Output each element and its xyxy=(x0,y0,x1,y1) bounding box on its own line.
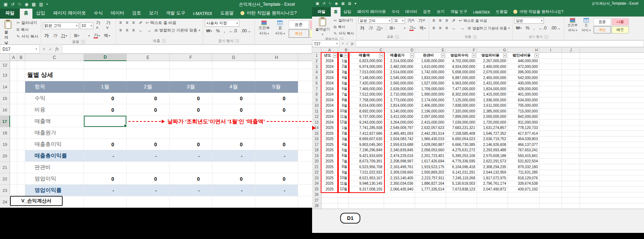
font-color-button[interactable]: 가▾ xyxy=(92,33,101,39)
cell-a14[interactable]: 2025 xyxy=(321,125,338,131)
cell-c20[interactable]: 8,673,709,391 xyxy=(349,159,384,165)
column-header-h[interactable]: H xyxy=(255,54,298,61)
cell-e15[interactable]: 0 xyxy=(127,93,170,104)
align-bottom-button[interactable]: ≡ xyxy=(131,20,136,26)
column-header-b[interactable]: B xyxy=(338,47,349,53)
cell-f9[interactable]: 7,125,000,000 xyxy=(446,97,477,103)
select-all-corner[interactable] xyxy=(0,54,10,61)
row-header-20[interactable]: 20 xyxy=(0,150,10,162)
undo-icon[interactable]: ↺ xyxy=(11,2,14,6)
cell-f15[interactable]: 0 xyxy=(170,93,212,104)
cell-e12[interactable]: 2,097,000,000 xyxy=(415,114,446,120)
row-header-1[interactable]: 1 xyxy=(312,53,321,59)
style-calculation[interactable]: 계산 xyxy=(289,29,309,38)
number-format-select[interactable]: 사용자 지정▾ xyxy=(205,20,239,27)
row-header-8[interactable]: 8 xyxy=(312,92,321,98)
sheet-icon[interactable]: ▥ xyxy=(39,2,43,6)
conditional-formatting-button[interactable]: 조건부서식 ▾ xyxy=(566,18,579,33)
cell-g3[interactable]: 2,400,000,000 xyxy=(477,64,508,70)
dialog-launcher-icon[interactable]: ↘ xyxy=(340,37,344,41)
style-note[interactable]: 메모 xyxy=(310,29,312,38)
cell-d16[interactable]: 0 xyxy=(84,104,127,116)
cell-c4[interactable]: 7,013,000,000 xyxy=(349,70,384,75)
undo-icon[interactable]: ↺ xyxy=(322,2,325,5)
cell-h15[interactable]: 0 xyxy=(255,93,298,104)
cell-c3[interactable]: 6,974,000,000 xyxy=(349,64,384,70)
tab-insert[interactable]: 삽입 xyxy=(32,9,49,19)
select-all-corner[interactable] xyxy=(312,47,321,53)
cell-h17[interactable]: 466,137,077 xyxy=(508,142,540,148)
filter-dropdown-icon[interactable]: ▾ xyxy=(441,54,445,58)
cell-h24[interactable]: 339,674,538 xyxy=(508,181,540,187)
row-header-17[interactable]: 17 xyxy=(0,116,10,127)
increase-decimal-button[interactable]: ←.0 xyxy=(228,28,238,34)
cell-c17[interactable]: 9,803,045,360 xyxy=(349,142,384,148)
cell-h22[interactable]: 711,631,285 xyxy=(508,170,540,176)
cell-d22[interactable]: 2,309,039,660 xyxy=(384,170,415,176)
cell-g24[interactable]: 2,796,761,174 xyxy=(477,181,508,187)
comma-button[interactable]: , xyxy=(222,28,226,34)
cell-e7[interactable]: 1,709,000,000 xyxy=(415,86,446,92)
style-normal[interactable]: 표준 xyxy=(289,20,309,29)
cell-e23[interactable]: - xyxy=(127,185,170,196)
cell-c15[interactable]: 7,412,827,686 xyxy=(349,131,384,137)
cell-h20[interactable]: 531,822,504 xyxy=(508,159,540,165)
row-header-27[interactable]: 27 xyxy=(312,198,321,203)
font-name-select[interactable]: 맑은 고딕▾ xyxy=(359,18,392,24)
font-size-select[interactable]: 11▾ xyxy=(393,18,405,24)
cell-f11[interactable]: 7,320,000,000 xyxy=(446,109,477,114)
row-header-15[interactable]: 15 xyxy=(312,131,321,137)
cell-b13[interactable]: 12월 xyxy=(338,120,349,125)
redo-icon[interactable]: ↻ xyxy=(329,2,332,5)
cell-d16[interactable]: 2,504,083,742 xyxy=(384,137,415,142)
cell-e16[interactable]: 0 xyxy=(127,104,170,116)
cell-h16[interactable]: 454,039,803 xyxy=(508,137,540,142)
fill-color-button[interactable]: ▾ xyxy=(82,33,91,39)
cell-f13[interactable]: 7,039,000,000 xyxy=(446,120,477,125)
tab-formulas[interactable]: 수식 xyxy=(90,9,107,19)
cell-g25[interactable]: 2,047,490,872 xyxy=(477,187,508,192)
tab-formulas[interactable]: 수식 xyxy=(389,7,402,17)
cell-e13[interactable]: 2,415,000,000 xyxy=(415,120,446,125)
cell-e19[interactable]: 2,201,723,401 xyxy=(415,153,446,159)
increase-indent-button[interactable]: → xyxy=(145,27,153,33)
cell-h22[interactable]: 0 xyxy=(255,173,298,185)
italic-button[interactable]: 가 xyxy=(51,33,58,39)
row-header-12[interactable]: 12 xyxy=(0,61,10,69)
name-box[interactable]: T27 ▾ xyxy=(312,40,339,47)
cell-f23[interactable]: - xyxy=(170,185,212,196)
cell-d20[interactable]: 2,208,998,997 xyxy=(384,159,415,165)
cell-g20[interactable]: - xyxy=(212,150,255,162)
cell-h6[interactable]: 430,000,000 xyxy=(508,81,540,87)
tab-help[interactable]: 도움말 xyxy=(216,9,238,19)
cell-c5[interactable]: 7,148,000,000 xyxy=(349,75,384,81)
cell-g18[interactable]: 2,293,993,488 xyxy=(477,148,508,153)
cell-f12[interactable]: 7,899,000,000 xyxy=(446,114,477,120)
cell-c19[interactable]: 9,421,933,609 xyxy=(349,153,384,159)
cell-a25[interactable]: 2025 xyxy=(321,187,338,192)
column-header-a[interactable]: A xyxy=(321,47,338,53)
dialog-launcher-icon[interactable]: ↘ xyxy=(81,40,85,43)
cell-b4[interactable]: 3월 xyxy=(338,70,349,75)
cell-g17[interactable]: 2,146,926,608 xyxy=(477,142,508,148)
align-center-button[interactable]: ≡ xyxy=(437,25,443,31)
cell-e14[interactable]: 2,632,057,623 xyxy=(415,125,446,131)
column-header-a[interactable]: A xyxy=(10,54,17,61)
cell-e9[interactable]: 2,174,000,000 xyxy=(415,97,446,103)
cell-b12[interactable]: 11월 xyxy=(338,114,349,120)
cell-b22[interactable]: 9월 xyxy=(338,170,349,176)
cell-c9[interactable]: 7,758,000,000 xyxy=(349,97,384,103)
filter-dropdown-icon[interactable]: ▾ xyxy=(535,54,539,58)
cell-a4[interactable]: 2024 xyxy=(321,70,338,75)
cell-d7[interactable]: 2,639,000,000 xyxy=(384,86,415,92)
cell-c24[interactable]: 9,948,130,145 xyxy=(349,181,384,187)
cell-f7[interactable]: 7,477,000,000 xyxy=(446,86,477,92)
column-header-d[interactable]: D xyxy=(384,47,415,53)
cell-d4[interactable]: 2,514,000,000 xyxy=(384,70,415,75)
align-center-button[interactable]: ≡ xyxy=(124,27,130,33)
cell-b16[interactable]: 3월 xyxy=(338,137,349,142)
column-header-f[interactable]: F xyxy=(446,47,477,53)
cell-d24[interactable]: 2,350,034,036 xyxy=(384,181,415,187)
column-header-c[interactable]: C xyxy=(25,54,84,61)
column-header-h[interactable]: H xyxy=(508,47,540,53)
